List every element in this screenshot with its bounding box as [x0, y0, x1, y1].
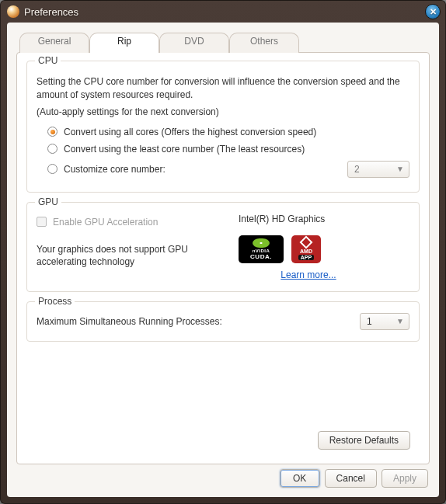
nvidia-eye-icon	[253, 238, 270, 248]
app-icon	[7, 5, 19, 18]
max-processes-value: 1	[367, 316, 372, 327]
max-processes-select[interactable]: 1 ▼	[360, 313, 409, 330]
enable-gpu-label: Enable GPU Acceleration	[53, 217, 158, 228]
chevron-down-icon: ▼	[396, 165, 404, 173]
radio-custom-cores-label: Customize core number:	[64, 164, 166, 175]
radio-least-cores[interactable]	[47, 144, 57, 154]
amd-tech-text: APP	[298, 255, 314, 260]
checkbox-enable-gpu	[37, 217, 47, 227]
restore-defaults-button[interactable]: Restore Defaults	[318, 431, 410, 450]
close-icon[interactable]: ✕	[425, 4, 441, 19]
cpu-description: Setting the CPU core number for conversi…	[37, 75, 409, 102]
group-cpu-legend: CPU	[35, 55, 61, 66]
tabpanel-rip: CPU Setting the CPU core number for conv…	[16, 52, 430, 464]
tab-rip[interactable]: Rip	[89, 33, 159, 53]
radio-all-cores-label: Convert using all cores (Offers the high…	[64, 127, 316, 137]
apply-button[interactable]: Apply	[382, 469, 428, 488]
radio-row-custom-cores[interactable]: Customize core number: 2 ▼	[37, 158, 409, 181]
gpu-device-name: Intel(R) HD Graphics	[239, 214, 409, 224]
tab-dvd[interactable]: DVD	[159, 33, 229, 53]
tabs: General Rip DVD Others	[16, 32, 430, 52]
amd-square-icon	[300, 236, 313, 249]
ok-button[interactable]: OK	[280, 469, 320, 488]
group-cpu: CPU Setting the CPU core number for conv…	[26, 61, 420, 193]
titlebar: Preferences ✕	[1, 1, 445, 23]
gpu-logos: nVIDIA CUDA. AMD APP	[239, 235, 409, 263]
core-number-value: 2	[354, 164, 360, 175]
core-number-select[interactable]: 2 ▼	[347, 161, 409, 178]
nvidia-cuda-logo: nVIDIA CUDA.	[239, 235, 284, 263]
tab-general[interactable]: General	[19, 33, 89, 53]
group-process-legend: Process	[35, 296, 75, 307]
tab-others[interactable]: Others	[229, 33, 299, 53]
window-title: Preferences	[24, 6, 425, 18]
amd-app-logo: AMD APP	[291, 235, 321, 263]
max-processes-label: Maximum Simultaneous Running Processes:	[37, 316, 222, 327]
chevron-down-icon: ▼	[396, 317, 404, 325]
radio-least-cores-label: Convert using the least core number (The…	[64, 144, 305, 155]
gpu-unsupported-text: Your graphics does not support GPU accel…	[37, 243, 207, 269]
group-gpu: GPU Enable GPU Acceleration Your graphic…	[26, 202, 420, 292]
radio-row-least-cores[interactable]: Convert using the least core number (The…	[37, 141, 409, 158]
learn-more-link[interactable]: Learn more...	[280, 269, 336, 280]
nvidia-tech-text: CUDA.	[250, 253, 272, 260]
cpu-note: (Auto-apply settings for the next conver…	[37, 106, 409, 117]
preferences-window: Preferences ✕ General Rip DVD Others CPU…	[0, 0, 446, 504]
group-gpu-legend: GPU	[35, 196, 61, 207]
cancel-button[interactable]: Cancel	[325, 469, 377, 488]
radio-all-cores[interactable]	[47, 127, 57, 137]
radio-custom-cores[interactable]	[47, 164, 57, 174]
content-area: General Rip DVD Others CPU Setting the C…	[7, 23, 439, 497]
radio-row-all-cores[interactable]: Convert using all cores (Offers the high…	[37, 123, 409, 141]
dialog-buttons: OK Cancel Apply	[16, 464, 430, 489]
group-process: Process Maximum Simultaneous Running Pro…	[26, 301, 420, 342]
amd-brand-text: AMD	[300, 249, 312, 254]
